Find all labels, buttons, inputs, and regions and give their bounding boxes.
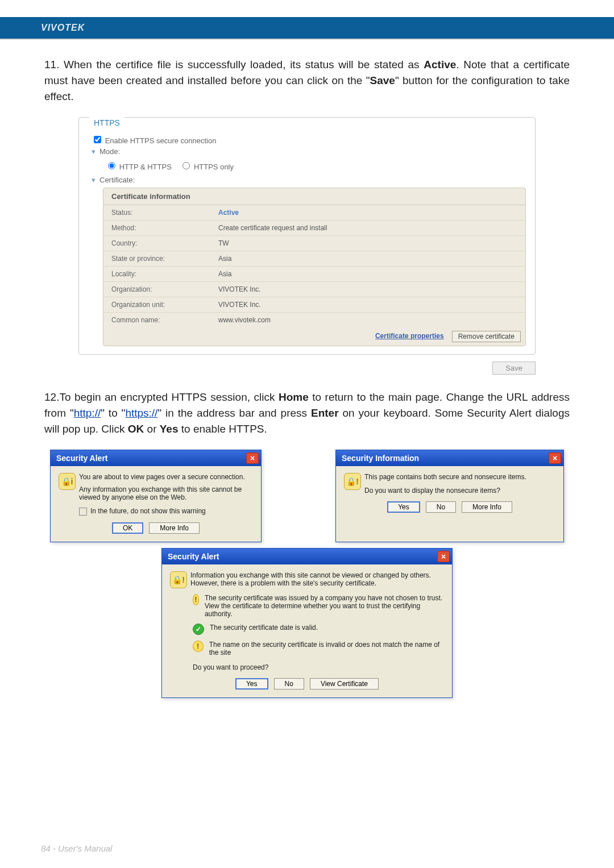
- step-12-text: 12.To begin an encrypted HTTPS session, …: [44, 389, 570, 437]
- ok-button[interactable]: OK: [112, 522, 143, 534]
- page-footer: 84 - User's Manual: [41, 844, 112, 853]
- cert-field-label: Method:: [103, 221, 210, 235]
- brand-header: VIVOTEK: [0, 17, 614, 39]
- warning-icon: !: [193, 594, 199, 605]
- https-legend: HTTPS: [89, 117, 125, 128]
- close-icon[interactable]: ×: [246, 452, 259, 464]
- chevron-down-icon[interactable]: ▾: [92, 176, 99, 184]
- table-row: Status:Active: [103, 205, 525, 221]
- enable-https-label: Enable HTTPS secure connection: [105, 136, 217, 145]
- yes-button[interactable]: Yes: [235, 678, 268, 690]
- dialog-message: Do you want to display the nonsecure ite…: [364, 487, 526, 495]
- table-row: Locality:Asia: [103, 267, 525, 282]
- dialog-message: Any information you exchange with this s…: [79, 485, 253, 501]
- cert-field-value: Active: [210, 205, 525, 220]
- do-not-show-checkbox[interactable]: In the future, do not show this warning: [79, 507, 253, 516]
- table-row: Method:Create certificate request and in…: [103, 221, 525, 236]
- dialog-message: This page contains both secure and nonse…: [364, 473, 526, 481]
- dialog-title: Security Information: [342, 454, 419, 463]
- cert-field-label: Common name:: [103, 313, 210, 327]
- https-panel: HTTPS Enable HTTPS secure connection ▾Mo…: [78, 117, 536, 355]
- cert-field-value: TW: [210, 236, 525, 251]
- certificate-table-header: Certificate information: [103, 188, 525, 205]
- yes-button[interactable]: Yes: [387, 501, 420, 513]
- dialog-title: Security Alert: [168, 552, 219, 561]
- cert-field-label: Status:: [103, 205, 210, 220]
- http-link[interactable]: http://: [74, 407, 101, 419]
- cert-field-value: Asia: [210, 267, 525, 281]
- mode-http-https[interactable]: HTTP & HTTPS: [105, 163, 172, 171]
- table-row: Common name:www.vivotek.com: [103, 313, 525, 327]
- enable-https-row[interactable]: Enable HTTPS secure connection: [92, 134, 526, 145]
- check-icon: ✓: [193, 624, 204, 635]
- security-information-dialog: Security Information × 🔒! This page cont…: [335, 450, 564, 542]
- certificate-table: Certificate information Status:ActiveMet…: [103, 188, 526, 346]
- divider: [0, 39, 614, 40]
- cert-field-label: Country:: [103, 236, 210, 251]
- table-row: Organization:VIVOTEK Inc.: [103, 282, 525, 297]
- cert-field-label: State or province:: [103, 251, 210, 266]
- table-row: Organization unit:VIVOTEK Inc.: [103, 297, 525, 313]
- lock-warning-icon: 🔒!: [170, 571, 187, 588]
- cert-field-value: Create certificate request and install: [210, 221, 525, 235]
- warning-icon: !: [193, 641, 204, 652]
- cert-valid-line: The security certificate date is valid.: [210, 624, 318, 632]
- enable-https-checkbox[interactable]: [94, 136, 101, 143]
- certificate-label: Certificate:: [99, 176, 135, 184]
- view-certificate-button[interactable]: View Certificate: [310, 678, 379, 690]
- https-link[interactable]: https://: [125, 407, 157, 419]
- cert-field-label: Locality:: [103, 267, 210, 281]
- cert-name-line: The name on the security certificate is …: [209, 641, 444, 657]
- no-button[interactable]: No: [426, 501, 456, 513]
- cert-field-value: VIVOTEK Inc.: [210, 282, 525, 297]
- certificate-properties-link[interactable]: Certificate properties: [371, 331, 449, 342]
- cert-issue-line: The security certificate was issued by a…: [205, 594, 444, 618]
- proceed-question: Do you want to proceed?: [193, 663, 444, 671]
- mode-https-only[interactable]: HTTPS only: [180, 163, 234, 171]
- step-11-text: 11. When the certifice file is successfu…: [44, 57, 570, 105]
- lock-info-icon: 🔒i: [59, 473, 76, 490]
- cert-field-value: VIVOTEK Inc.: [210, 297, 525, 312]
- table-row: State or province:Asia: [103, 251, 525, 267]
- chevron-down-icon[interactable]: ▾: [92, 147, 99, 156]
- save-button[interactable]: Save: [492, 362, 536, 375]
- security-alert-dialog-1: Security Alert × 🔒i You are about to vie…: [50, 450, 262, 542]
- mode-label: Mode:: [99, 147, 120, 156]
- security-alert-dialog-2: Security Alert × 🔒! Information you exch…: [161, 548, 453, 698]
- cert-field-label: Organization:: [103, 282, 210, 297]
- cert-field-value: www.vivotek.com: [210, 313, 525, 327]
- no-button[interactable]: No: [274, 678, 304, 690]
- dialog-message: You are about to view pages over a secur…: [79, 473, 253, 481]
- close-icon[interactable]: ×: [437, 551, 450, 562]
- table-row: Country:TW: [103, 236, 525, 251]
- cert-field-value: Asia: [210, 251, 525, 266]
- dialog-intro: Information you exchange with this site …: [190, 571, 444, 588]
- more-info-button[interactable]: More Info: [149, 522, 200, 534]
- dialog-title: Security Alert: [56, 454, 108, 463]
- remove-certificate-button[interactable]: Remove certificate: [452, 331, 521, 342]
- more-info-button[interactable]: More Info: [462, 501, 512, 513]
- close-icon[interactable]: ×: [549, 452, 561, 464]
- cert-field-label: Organization unit:: [103, 297, 210, 312]
- lock-warning-icon: 🔒!: [344, 473, 361, 490]
